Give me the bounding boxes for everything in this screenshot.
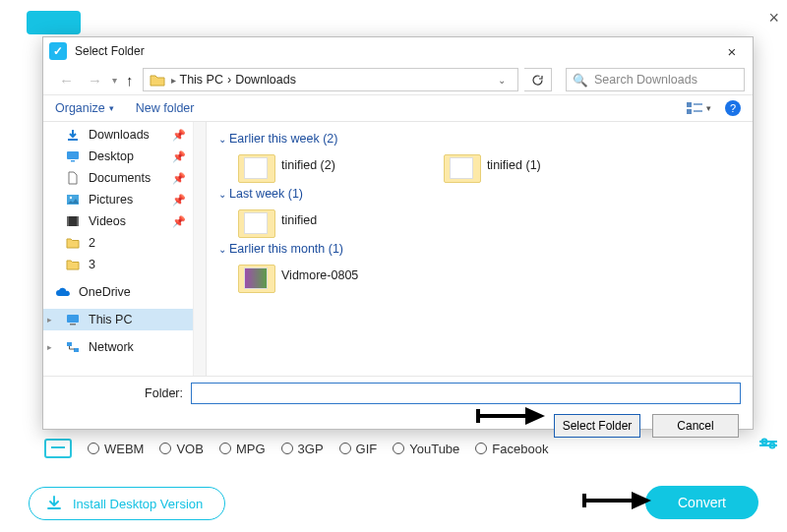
select-folder-dialog: ✓ Select Folder × ← → ▾ ↑ ▸ This PC › Do… <box>42 36 754 430</box>
svg-rect-16 <box>70 324 76 325</box>
chevron-down-icon: ▾ <box>109 103 114 113</box>
sidebar-item-label: Desktop <box>89 149 134 163</box>
svg-rect-15 <box>67 315 79 323</box>
sidebar-item-onedrive[interactable]: OneDrive <box>43 281 206 303</box>
sidebar-item-label: Pictures <box>89 193 133 207</box>
pictures-icon <box>65 193 81 207</box>
dialog-title: Select Folder <box>75 44 717 58</box>
sidebar-scrollbar[interactable] <box>193 122 206 376</box>
sidebar-item-network[interactable]: ▸ Network <box>43 336 206 358</box>
svg-rect-5 <box>687 109 692 114</box>
pc-icon <box>65 313 81 326</box>
folder-label: tinified (2) <box>281 158 335 172</box>
folder-thumb-icon <box>238 149 273 181</box>
annotation-arrow <box>582 490 653 514</box>
sidebar-item-label: OneDrive <box>79 285 131 299</box>
address-dropdown[interactable]: ⌄ <box>498 75 512 86</box>
nav-forward-button[interactable]: → <box>84 72 106 89</box>
breadcrumb-root[interactable]: This PC <box>180 73 223 87</box>
refresh-button[interactable] <box>524 68 552 91</box>
search-icon: 🔍 <box>573 73 588 88</box>
select-folder-button[interactable]: Select Folder <box>554 414 640 438</box>
install-desktop-button[interactable]: Install Desktop Version <box>29 487 225 520</box>
svg-marker-20 <box>525 407 545 425</box>
app-close-icon[interactable]: × <box>768 8 779 29</box>
folder-thumb-icon <box>238 260 273 291</box>
sidebar-item-desktop[interactable]: Desktop📌 <box>43 146 206 167</box>
dialog-toolbar: Organize ▾ New folder ▾ ? <box>43 94 753 122</box>
svg-rect-9 <box>71 160 75 162</box>
folder-name-input[interactable] <box>191 383 741 404</box>
nav-back-button[interactable]: ← <box>55 72 78 89</box>
sidebar-item-folder-2[interactable]: 2 <box>43 232 206 254</box>
onedrive-icon <box>55 285 71 299</box>
sidebar-item-downloads[interactable]: Downloads📌 <box>43 124 206 146</box>
svg-rect-4 <box>687 102 692 107</box>
chevron-down-icon: ⌄ <box>218 244 226 255</box>
search-input[interactable]: 🔍 Search Downloads <box>566 68 745 91</box>
folder-item[interactable]: Vidmore-0805 <box>238 260 358 291</box>
folder-icon <box>65 258 81 271</box>
dialog-close-button[interactable]: × <box>717 43 747 60</box>
settings-gear-icon[interactable] <box>759 438 777 449</box>
section-header[interactable]: ⌄Earlier this month (1) <box>218 242 743 256</box>
convert-button[interactable]: Convert <box>645 486 758 519</box>
pin-icon: 📌 <box>172 172 186 185</box>
svg-rect-14 <box>77 216 79 226</box>
cancel-button[interactable]: Cancel <box>652 414 739 438</box>
sidebar-item-documents[interactable]: Documents📌 <box>43 167 206 189</box>
view-mode-button[interactable]: ▾ <box>686 101 711 115</box>
download-icon <box>45 495 63 512</box>
section-title: Earlier this month (1) <box>229 242 343 256</box>
chevron-down-icon: ▾ <box>706 103 711 113</box>
search-placeholder: Search Downloads <box>594 73 697 87</box>
network-icon <box>65 340 81 354</box>
nav-row: ← → ▾ ↑ ▸ This PC › Downloads ⌄ 🔍 Search… <box>43 65 753 94</box>
svg-point-11 <box>70 197 72 199</box>
sidebar-item-videos[interactable]: Videos📌 <box>43 210 206 232</box>
breadcrumb-current[interactable]: Downloads <box>235 73 296 87</box>
svg-rect-8 <box>67 151 79 159</box>
nav-up-button[interactable]: ↑ <box>123 72 137 89</box>
sidebar-item-this-pc[interactable]: ▸ This PC <box>43 309 206 330</box>
document-icon <box>65 171 81 185</box>
dialog-titlebar: ✓ Select Folder × <box>43 37 753 65</box>
sidebar-item-label: Documents <box>89 171 151 185</box>
pin-icon: 📌 <box>172 215 186 228</box>
svg-marker-23 <box>632 492 651 509</box>
section-title: Last week (1) <box>229 187 303 201</box>
help-button[interactable]: ? <box>725 100 741 116</box>
svg-rect-18 <box>74 348 79 352</box>
svg-rect-13 <box>67 216 69 226</box>
new-folder-button[interactable]: New folder <box>136 101 195 115</box>
chevron-right-icon[interactable]: ▸ <box>47 342 52 352</box>
download-icon <box>65 128 81 142</box>
sidebar-item-label: Network <box>89 340 134 354</box>
pin-icon: 📌 <box>172 194 186 207</box>
pin-icon: 📌 <box>172 150 186 163</box>
section-header[interactable]: ⌄Earlier this week (2) <box>218 132 743 146</box>
organize-label: Organize <box>55 101 105 115</box>
folder-thumb-icon <box>444 149 479 181</box>
sidebar-item-pictures[interactable]: Pictures📌 <box>43 189 206 210</box>
section-header[interactable]: ⌄Last week (1) <box>218 187 743 201</box>
install-label: Install Desktop Version <box>73 497 203 511</box>
dialog-footer: Folder: Select Folder Cancel <box>43 376 753 447</box>
folder-item[interactable]: tinified (2) <box>238 149 335 181</box>
address-bar[interactable]: ▸ This PC › Downloads ⌄ <box>143 68 519 91</box>
chevron-down-icon: ⌄ <box>218 134 226 145</box>
folder-item[interactable]: tinified (1) <box>444 149 541 181</box>
organize-menu[interactable]: Organize ▾ <box>55 101 114 115</box>
folder-item[interactable]: tinified <box>238 205 317 236</box>
folder-label: Vidmore-0805 <box>281 268 358 282</box>
sidebar-item-label: This PC <box>89 313 132 326</box>
content-pane: ⌄Earlier this week (2) tinified (2) tini… <box>207 122 753 376</box>
sidebar-item-label: 3 <box>89 258 95 271</box>
sidebar: ▲ Downloads📌 Desktop📌 Documents📌 Picture… <box>43 122 207 376</box>
chevron-right-icon[interactable]: ▸ <box>47 315 52 325</box>
pin-icon: 📌 <box>172 129 186 142</box>
desktop-icon <box>65 149 81 163</box>
folder-field-label: Folder: <box>55 386 183 400</box>
sidebar-item-folder-3[interactable]: 3 <box>43 254 206 275</box>
chevron-down-icon: ⌄ <box>218 189 226 200</box>
